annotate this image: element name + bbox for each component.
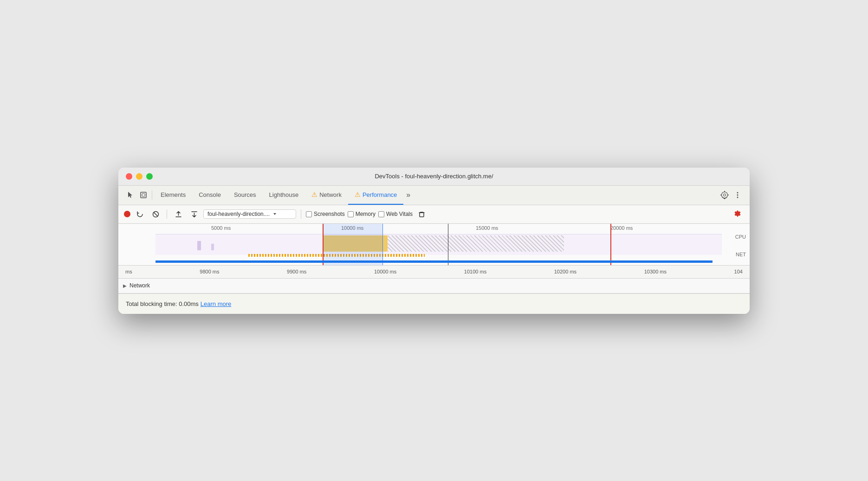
detail-ruler-marks: ms 9800 ms 9900 ms 10000 ms 10100 ms 102… [123,269,745,274]
action-sep [167,209,167,219]
url-text: foul-heavenly-direction.... [207,211,270,217]
dmark-2: 9900 ms [287,269,306,274]
svg-rect-9 [420,213,424,217]
ruler-20000: 20000 ms [610,225,633,231]
dmark-3: 10000 ms [374,269,396,274]
webvitals-checkbox[interactable] [378,211,384,217]
tab-performance[interactable]: ⚠ Performance [348,185,403,205]
upload-icon[interactable] [172,208,185,221]
net-bar [155,260,713,263]
dmark-6: 10300 ms [644,269,667,274]
cpu-label: CPU [735,234,746,240]
trash-icon[interactable] [415,208,428,221]
more-tabs-button[interactable]: » [403,191,413,199]
detail-ruler: ms 9800 ms 9900 ms 10000 ms 10100 ms 102… [118,266,750,279]
window-title: DevTools - foul-heavenly-direction.glitc… [375,173,493,180]
svg-point-2 [737,192,738,194]
dmark-5: 10200 ms [554,269,577,274]
red-marker-right [610,224,611,265]
toolbar: Elements Console Sources Lighthouse ⚠ Ne… [118,186,750,205]
dmark-0: ms [125,269,132,274]
screenshots-label: Screenshots [314,211,345,217]
webvitals-option[interactable]: Web Vitals [378,211,413,217]
dmark-4: 10100 ms [464,269,486,274]
cpu-spike-1 [197,241,201,250]
learn-more-link[interactable]: Learn more [201,300,231,307]
svg-rect-1 [142,194,145,196]
minimize-button[interactable] [136,173,143,180]
download-icon[interactable] [188,208,201,221]
performance-warning-icon: ⚠ [355,191,361,198]
network-row[interactable]: ▶ Network [118,279,750,293]
ruler-15000: 15000 ms [476,225,498,231]
tab-console[interactable]: Console [192,185,227,205]
tab-sources[interactable]: Sources [227,185,263,205]
svg-rect-0 [141,192,146,198]
devtools-window: DevTools - foul-heavenly-direction.glitc… [118,168,750,314]
selection-overlay [323,224,383,265]
net-label: NET [736,252,746,257]
close-button[interactable] [126,173,132,180]
separator [152,190,152,200]
network-label: Network [130,282,150,289]
timeline-overview[interactable]: 5000 ms 10000 ms 15000 ms 20000 ms [118,224,750,266]
red-marker-left [323,224,324,265]
network-expand-arrow: ▶ [123,283,127,288]
stop-icon[interactable] [149,208,162,221]
inspect-icon[interactable] [137,188,150,202]
network-warning-icon: ⚠ [311,191,317,198]
more-options-icon[interactable] [731,188,744,202]
refresh-icon[interactable] [133,208,146,221]
memory-label: Memory [356,211,376,217]
tab-network[interactable]: ⚠ Network [305,185,348,205]
tab-lighthouse[interactable]: Lighthouse [263,185,305,205]
dmark-7: 104 [734,269,743,274]
settings-icon[interactable] [718,188,731,202]
performance-settings-icon[interactable] [731,208,744,221]
cursor-icon[interactable] [124,188,137,202]
svg-line-6 [154,212,158,216]
action-sep2 [301,209,301,219]
svg-point-3 [737,195,738,196]
timeline-chart: 5000 ms 10000 ms 15000 ms 20000 ms [118,224,750,265]
url-selector[interactable]: foul-heavenly-direction.... [203,209,296,219]
memory-option[interactable]: Memory [348,211,376,217]
tab-elements[interactable]: Elements [154,185,192,205]
window-controls [126,173,153,180]
dmark-1: 9800 ms [200,269,219,274]
cpu-hatch [388,235,564,252]
action-bar: foul-heavenly-direction.... Screenshots … [118,205,750,224]
screenshots-checkbox[interactable] [306,211,312,217]
status-bar: Total blocking time: 0.00ms Learn more [118,293,750,314]
maximize-button[interactable] [146,173,153,180]
ruler-5000: 5000 ms [211,225,231,231]
svg-point-4 [737,197,738,198]
webvitals-label: Web Vitals [386,211,413,217]
title-bar: DevTools - foul-heavenly-direction.glitc… [118,168,750,186]
record-button[interactable] [124,211,130,217]
screenshots-option[interactable]: Screenshots [306,211,345,217]
black-marker [448,224,448,265]
memory-checkbox[interactable] [348,211,354,217]
cpu-spike-2 [211,244,214,250]
status-text: Total blocking time: 0.00ms [126,300,199,307]
